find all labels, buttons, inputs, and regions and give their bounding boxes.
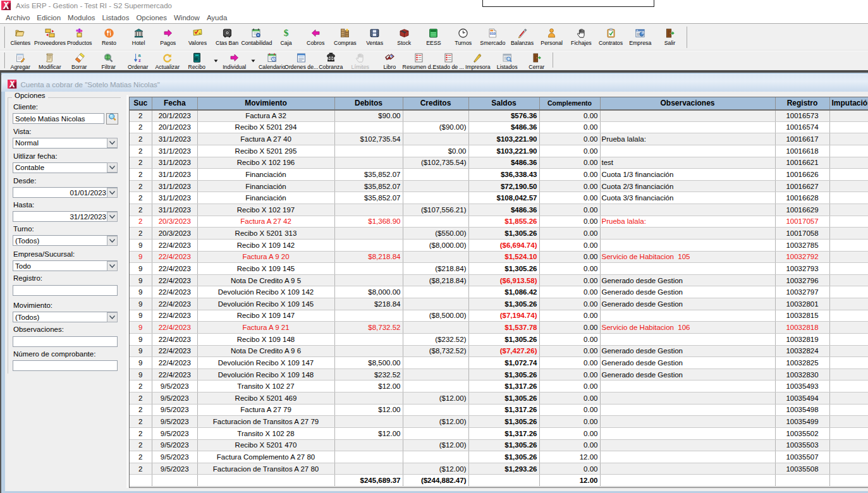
- table-row[interactable]: 922/4/2023Factura A 9 20$8,218.84$1,524.…: [130, 251, 868, 263]
- table-row[interactable]: 29/5/2023Recibo X 5201 469($12.00)$1,305…: [130, 393, 868, 405]
- toolbar-secondary-agregar[interactable]: Agregar: [6, 51, 35, 70]
- toolbar-main-productos[interactable]: Productos: [64, 25, 94, 50]
- toolbar-main-turnos[interactable]: Turnos: [448, 25, 478, 50]
- column-header-imp[interactable]: Imputación: [829, 97, 868, 110]
- toolbar-main-stock[interactable]: Stock: [389, 25, 419, 50]
- table-row[interactable]: 231/1/2023Financiación$35,852.07$108,042…: [130, 192, 868, 204]
- column-header-obs[interactable]: Observaciones: [600, 97, 775, 110]
- toolbar-secondary-listados[interactable]: Listados: [492, 51, 522, 70]
- toolbar-secondary-recibo[interactable]: Recibo: [182, 51, 212, 70]
- field-dropdown-utilizar_fecha[interactable]: [107, 162, 118, 173]
- toolbar-grip[interactable]: [3, 52, 5, 68]
- child-window-titlebar[interactable]: Cuenta a cobrar de "Sotelo Matias Nicola…: [1, 74, 868, 92]
- toolbar-secondary-impresora[interactable]: Impresora: [463, 51, 493, 70]
- table-row[interactable]: 29/5/2023Transito X 102 28$12.00$1,317.2…: [130, 427, 868, 439]
- menu-item-archivo[interactable]: Archivo: [6, 14, 30, 21]
- toolbar-secondary-libro[interactable]: Libro: [375, 51, 405, 70]
- field-input-registro[interactable]: [13, 285, 118, 296]
- field-dropdown-hasta[interactable]: [107, 212, 118, 222]
- toolbar-secondary-recibo-dropdown[interactable]: [212, 51, 220, 70]
- table-row[interactable]: 231/1/2023Recibo X 5201 295$0.00$103,221…: [130, 145, 868, 157]
- column-header-mov[interactable]: Movimiento: [197, 97, 334, 110]
- toolbar-main-ventas[interactable]: Ventas: [360, 25, 389, 50]
- table-row[interactable]: 29/5/2023Recibo X 5201 470($12.00)$1,305…: [130, 439, 868, 451]
- toolbar-main-resto[interactable]: Resto: [94, 25, 124, 50]
- field-dropdown-desde[interactable]: [107, 188, 118, 198]
- toolbar-main-salir[interactable]: Salir: [655, 25, 685, 50]
- toolbar-main-balanzas[interactable]: Balanzas: [508, 25, 537, 50]
- field-input-observaciones[interactable]: [13, 336, 118, 347]
- toolbar-secondary-ordenar[interactable]: azOrdenar: [123, 51, 153, 70]
- table-row[interactable]: 922/4/2023Devolución Recibo X 109 145$21…: [130, 298, 868, 310]
- toolbar-main-contratos[interactable]: Contratos: [596, 25, 626, 50]
- field-input-hasta[interactable]: 31/12/2023: [13, 211, 118, 222]
- table-row[interactable]: 29/5/2023Factura A 27 79$12.00$1,317.260…: [130, 404, 868, 416]
- toolbar-main-valores[interactable]: Valores: [183, 25, 212, 50]
- column-header-saldo[interactable]: Saldos: [468, 97, 539, 110]
- field-input-utilizar_fecha[interactable]: Contable: [13, 162, 118, 173]
- toolbar-main-pagos[interactable]: Pagos: [153, 25, 183, 50]
- toolbar-main-personal[interactable]: Personal: [537, 25, 566, 50]
- table-row[interactable]: 29/5/2023Transito X 102 27$12.00$1,317.2…: [130, 380, 868, 393]
- field-input-movimiento[interactable]: (Todos): [13, 312, 118, 322]
- table-row[interactable]: 231/1/2023Factura A 27 40$102,735.54$103…: [130, 133, 868, 145]
- table-row[interactable]: 231/1/2023Recibo X 102 196($102,735.54)$…: [130, 157, 868, 169]
- toolbar-secondary-limites[interactable]: Límites: [346, 51, 376, 70]
- toolbar-secondary-actualizar[interactable]: Actualizar: [153, 51, 183, 70]
- toolbar-secondary-cerrar[interactable]: Cerrar: [522, 51, 552, 70]
- toolbar-main-clientes[interactable]: Clientes: [6, 25, 35, 50]
- menu-item-window[interactable]: Window: [174, 14, 200, 21]
- menu-item-ayuda[interactable]: Ayuda: [207, 14, 227, 21]
- table-row[interactable]: 922/4/2023Recibo X 109 148($232.52)$1,30…: [130, 333, 868, 345]
- table-row[interactable]: 29/5/2023Facturacion de Transitos A 27 7…: [130, 416, 868, 428]
- column-header-comp[interactable]: Complemento: [539, 97, 600, 110]
- toolbar-secondary-resumen-d[interactable]: Resumen d...: [405, 51, 434, 70]
- toolbar-main-empresa[interactable]: Empresa: [625, 25, 655, 50]
- field-dropdown-vista[interactable]: [107, 138, 118, 148]
- toolbar-secondary-individual-dropdown[interactable]: [249, 51, 257, 70]
- table-row[interactable]: 922/4/2023Devolución Recibo X 109 142$8,…: [130, 286, 868, 298]
- table-row[interactable]: 922/4/2023Devolución Recibo X 109 147$8,…: [130, 357, 868, 369]
- toolbar-main-eess[interactable]: EESS: [419, 25, 449, 50]
- field-input-vista[interactable]: Normal: [13, 138, 118, 149]
- column-header-reg[interactable]: Registro: [775, 97, 829, 110]
- table-row[interactable]: 231/1/2023Financiación$35,852.07$36,338.…: [130, 169, 868, 181]
- table-row[interactable]: 922/4/2023Recibo X 109 147($8,500.00)($7…: [130, 310, 868, 322]
- field-input-cliente[interactable]: Sotelo Matias Nicolas: [13, 113, 104, 124]
- table-row[interactable]: 220/3/2023Factura A 27 42$1,368.90$1,855…: [130, 216, 868, 228]
- field-input-desde[interactable]: 01/01/2023: [13, 187, 118, 198]
- search-client-button[interactable]: [106, 113, 118, 125]
- field-input-numero_comprobante[interactable]: [13, 360, 118, 371]
- table-row[interactable]: 231/1/2023Financiación$35,852.07$72,190.…: [130, 180, 868, 192]
- toolbar-main-hotel[interactable]: Hotel: [124, 25, 154, 50]
- menu-item-opciones[interactable]: Opciones: [136, 14, 167, 21]
- toolbar-main-proveedores[interactable]: Proveedores: [35, 25, 65, 50]
- field-input-empresa_sucursal[interactable]: Todo: [13, 260, 118, 271]
- toolbar-main-compras[interactable]: Compras: [331, 25, 360, 50]
- field-dropdown-empresa_sucursal[interactable]: [107, 261, 118, 271]
- toolbar-main-ctas-ban[interactable]: Ctas Ban: [212, 25, 242, 50]
- table-row[interactable]: 29/5/2023Factura Complemento A 27 80$1,3…: [130, 451, 868, 463]
- table-row[interactable]: 922/4/2023Factura A 9 21$8,732.52$1,537.…: [130, 322, 868, 334]
- toolbar-grip[interactable]: [3, 27, 5, 48]
- table-row[interactable]: 220/1/2023Factura A 32$90.00$576.360.001…: [130, 110, 868, 122]
- toolbar-main-fichajes[interactable]: Fichajes: [566, 25, 596, 50]
- table-row[interactable]: 220/1/2023Recibo X 5201 294($90.00)$486.…: [130, 121, 868, 133]
- toolbar-secondary-ordenes-de[interactable]: Ordenes de...: [287, 51, 317, 70]
- toolbar-secondary-cobranza[interactable]: Cobranza: [316, 51, 346, 70]
- column-header-cred[interactable]: Creditos: [403, 97, 468, 110]
- menu-item-modulos[interactable]: Modulos: [68, 14, 95, 21]
- table-row[interactable]: 220/3/2023Recibo X 5201 313($550.00)$1,3…: [130, 228, 868, 240]
- toolbar-secondary-filtrar[interactable]: Filtrar: [94, 51, 124, 70]
- table-row[interactable]: 922/4/2023Recibo X 109 142($8,000.00)($6…: [130, 239, 868, 251]
- column-header-fecha[interactable]: Fecha: [152, 97, 198, 110]
- toolbar-secondary-individual[interactable]: Individual: [220, 51, 250, 70]
- table-row[interactable]: 922/4/2023Recibo X 109 145($218.84)$1,30…: [130, 263, 868, 275]
- toolbar-main-contabilidad[interactable]: Contabilidad: [242, 25, 272, 50]
- table-row[interactable]: 29/5/2023Facturacion de Transitos A 27 8…: [130, 463, 868, 475]
- table-row[interactable]: 922/4/2023Devolución Recibo X 109 148$23…: [130, 368, 868, 380]
- field-input-turno[interactable]: (Todos): [13, 235, 118, 246]
- field-dropdown-turno[interactable]: [107, 236, 118, 246]
- toolbar-main-cobros[interactable]: Cobros: [301, 25, 331, 50]
- toolbar-secondary-estado-de[interactable]: Estado de ...: [434, 51, 463, 70]
